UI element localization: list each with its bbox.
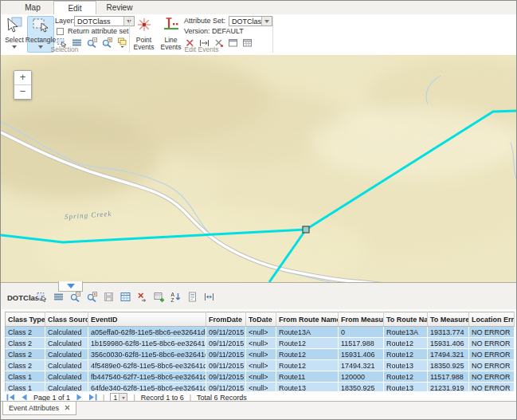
attribute-set-label: Attribute Set: xyxy=(184,17,225,25)
rectangle-button-label: Rectangle xyxy=(25,37,56,44)
table-cell[interactable]: 09/11/2015 xyxy=(206,327,246,338)
table-row[interactable]: Class 2Calculated4f5489e0-62f8-11e5-8bc6… xyxy=(6,360,515,371)
table-cell[interactable]: Calculated xyxy=(45,327,88,338)
table-cell[interactable]: 18350.925 xyxy=(428,360,469,371)
table-cell[interactable]: NO ERROR xyxy=(469,338,515,349)
table-cell[interactable]: 15931.406 xyxy=(339,349,384,360)
chevron-down-icon[interactable] xyxy=(261,17,272,26)
rectangle-select-icon xyxy=(32,17,49,36)
table-cell[interactable]: NO ERROR xyxy=(469,349,515,360)
table-cell[interactable]: 0 xyxy=(339,327,384,338)
table-cell[interactable]: 17494.321 xyxy=(428,349,469,360)
table-cell[interactable]: Class 2 xyxy=(6,349,45,360)
app-window: Map Edit Review Select Rectangle Layer: … xyxy=(0,0,517,420)
table-row[interactable]: Class 2Calculateda05effa0-62f8-11e5-8bc6… xyxy=(6,327,515,338)
report-icon[interactable] xyxy=(186,291,198,303)
table-cell[interactable]: 09/11/2015 xyxy=(206,360,246,371)
table-cell[interactable]: Route12 xyxy=(384,349,428,360)
save-icon[interactable] xyxy=(103,291,115,303)
table-cell[interactable]: <null> xyxy=(246,360,276,371)
table-row[interactable]: Class 2Calculated1b159980-62f8-11e5-8bc6… xyxy=(6,338,515,349)
column-header[interactable]: To Measure xyxy=(428,312,469,327)
table-cell[interactable]: a05effa0-62f8-11e5-8bc6-ee32641d5ec9 xyxy=(88,327,206,338)
column-header[interactable]: FromDate xyxy=(206,312,246,327)
tab-event-attributes[interactable]: Event Attributes xyxy=(2,402,76,415)
table-cell[interactable]: 09/11/2015 xyxy=(206,371,246,383)
table-cell[interactable]: NO ERROR xyxy=(469,327,515,338)
route-junction-vertex[interactable] xyxy=(303,226,309,233)
table-cell[interactable]: 19313.774 xyxy=(428,327,469,338)
return-attribute-set-checkbox[interactable] xyxy=(57,28,64,35)
table-cell[interactable]: 17494.321 xyxy=(339,360,384,371)
table-cell[interactable]: Route12 xyxy=(276,349,339,360)
table-cell[interactable]: Calculated xyxy=(45,371,88,383)
select-records-icon[interactable] xyxy=(36,291,48,303)
tab-event-attributes-label: Event Attributes xyxy=(9,404,59,412)
select-cursor-icon xyxy=(6,17,23,36)
switch-table-icon[interactable] xyxy=(53,291,65,303)
table-cell[interactable]: fb447540-62f7-11e5-8bc6-ee32641d5ec9 xyxy=(88,371,206,383)
table-cell[interactable]: Calculated xyxy=(45,360,88,371)
pan-to-selection-icon[interactable] xyxy=(86,291,98,303)
table-cell[interactable]: Route13A xyxy=(276,327,339,338)
table-cell[interactable]: Route12 xyxy=(384,371,428,383)
table-cell[interactable]: Route13 xyxy=(384,360,428,371)
panel-toolbar-icons: AZ xyxy=(36,291,215,303)
delete-selected-icon[interactable] xyxy=(136,291,148,303)
layer-dropdown[interactable]: DOTClass xyxy=(74,16,135,26)
table-cell[interactable]: Route13A xyxy=(384,327,428,338)
zoom-in-button[interactable]: + xyxy=(14,71,31,85)
table-cell[interactable]: NO ERROR xyxy=(469,371,515,383)
table-cell[interactable]: Calculated xyxy=(45,349,88,360)
table-row[interactable]: Class 1Calculatedfb447540-62f7-11e5-8bc6… xyxy=(6,371,515,383)
tab-review[interactable]: Review xyxy=(95,2,144,14)
table-cell[interactable]: Route12 xyxy=(276,338,339,349)
table-cell[interactable]: 120000 xyxy=(339,371,384,383)
table-cell[interactable]: 09/11/2015 xyxy=(206,338,246,349)
table-cell[interactable]: 1b159980-62f8-11e5-8bc6-ee32641d5ec9 xyxy=(88,338,206,349)
table-cell[interactable]: <null> xyxy=(246,349,276,360)
table-cell[interactable]: Route12 xyxy=(276,360,339,371)
table-cell[interactable]: <null> xyxy=(246,327,276,338)
add-row-icon[interactable] xyxy=(153,291,165,303)
panel-collapse-button[interactable] xyxy=(58,281,83,292)
zoom-to-selection-icon[interactable] xyxy=(69,291,81,303)
table-cell[interactable]: <null> xyxy=(246,338,276,349)
table-cell[interactable]: 11517.988 xyxy=(339,338,384,349)
table-cell[interactable]: Class 2 xyxy=(6,327,45,338)
column-header[interactable]: Location Error xyxy=(469,312,515,327)
column-header[interactable]: Class Type xyxy=(6,312,45,327)
tab-map[interactable]: Map xyxy=(12,2,53,14)
column-header[interactable]: EventID xyxy=(88,312,206,327)
close-icon[interactable] xyxy=(65,404,70,412)
attribute-table-icon[interactable] xyxy=(119,291,131,303)
table-cell[interactable]: 15931.406 xyxy=(428,338,469,349)
line-events-icon xyxy=(162,17,181,36)
map-zoom-control: + − xyxy=(14,70,32,100)
column-header[interactable]: To Route Name xyxy=(384,312,428,327)
table-cell[interactable]: Calculated xyxy=(45,338,88,349)
table-cell[interactable]: 4f5489e0-62f8-11e5-8bc6-ee32641d5ec9 xyxy=(88,360,206,371)
column-header[interactable]: Class Source xyxy=(45,312,88,327)
table-cell[interactable]: 356c0030-62f8-11e5-8bc6-ee32641d5ec9 xyxy=(88,349,206,360)
table-cell[interactable]: 09/11/2015 xyxy=(206,349,246,360)
resize-columns-icon[interactable] xyxy=(203,291,215,303)
table-cell[interactable]: 11517.988 xyxy=(428,371,469,383)
sort-icon[interactable]: AZ xyxy=(170,291,182,303)
table-cell[interactable]: Route11 xyxy=(276,371,339,383)
select-button-label: Select xyxy=(5,37,24,44)
table-cell[interactable]: NO ERROR xyxy=(469,360,515,371)
column-header[interactable]: From Measure xyxy=(339,312,384,327)
table-row[interactable]: Class 2Calculated356c0030-62f8-11e5-8bc6… xyxy=(6,349,515,360)
table-cell[interactable]: <null> xyxy=(246,371,276,383)
table-cell[interactable]: Class 2 xyxy=(6,338,45,349)
map-canvas[interactable]: + − Spring Creek xyxy=(1,55,517,282)
table-cell[interactable]: Class 2 xyxy=(6,360,45,371)
layer-dropdown-value: DOTClass xyxy=(75,18,123,26)
table-cell[interactable]: Route12 xyxy=(384,338,428,349)
column-header[interactable]: From Route Name xyxy=(276,312,339,327)
column-header[interactable]: ToDate xyxy=(246,312,276,327)
table-cell[interactable]: Class 1 xyxy=(6,371,45,383)
zoom-out-button[interactable]: − xyxy=(14,85,31,99)
attribute-set-dropdown[interactable]: DOTClass xyxy=(229,16,272,26)
